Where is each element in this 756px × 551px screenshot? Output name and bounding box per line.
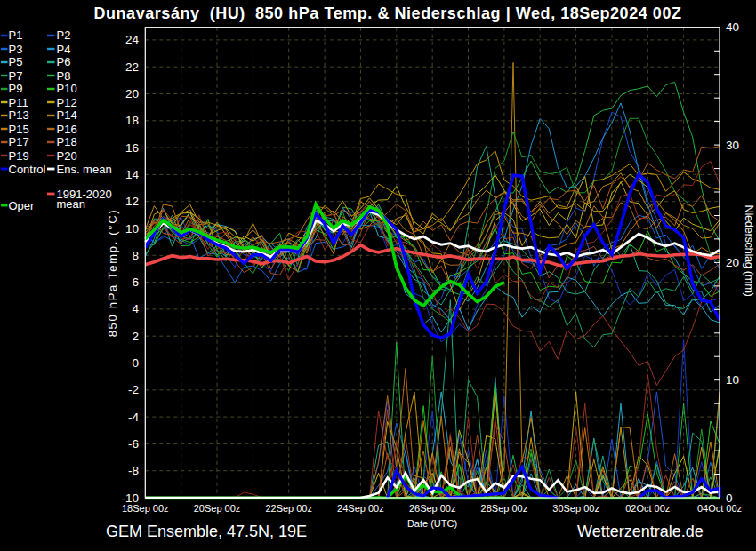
svg-text:4: 4 bbox=[132, 302, 139, 315]
svg-text:P19: P19 bbox=[9, 149, 29, 163]
svg-text:P16: P16 bbox=[57, 123, 77, 136]
svg-text:20: 20 bbox=[125, 87, 139, 100]
svg-text:24Sep 00z: 24Sep 00z bbox=[337, 503, 384, 514]
svg-text:P17: P17 bbox=[9, 135, 29, 148]
svg-text:20: 20 bbox=[726, 256, 739, 269]
svg-text:10: 10 bbox=[125, 222, 139, 236]
svg-text:-6: -6 bbox=[128, 437, 139, 451]
svg-text:850 hPa Temp. (°C): 850 hPa Temp. (°C) bbox=[106, 209, 119, 338]
svg-text:-4: -4 bbox=[128, 411, 139, 424]
svg-text:30Sep 00z: 30Sep 00z bbox=[552, 503, 599, 514]
svg-text:30: 30 bbox=[726, 139, 739, 152]
svg-text:22Sep 00z: 22Sep 00z bbox=[265, 503, 312, 514]
svg-text:P6: P6 bbox=[57, 55, 71, 68]
svg-text:P7: P7 bbox=[9, 69, 23, 83]
svg-text:Niederschlag (mm): Niederschlag (mm) bbox=[743, 204, 756, 296]
svg-text:14: 14 bbox=[125, 168, 140, 181]
svg-text:P1: P1 bbox=[9, 28, 23, 42]
svg-text:8: 8 bbox=[132, 249, 139, 262]
svg-text:6: 6 bbox=[132, 276, 139, 289]
svg-text:Wetterzentrale.de: Wetterzentrale.de bbox=[577, 523, 704, 540]
svg-text:40: 40 bbox=[726, 20, 739, 34]
svg-text:P3: P3 bbox=[9, 43, 23, 56]
svg-text:P12: P12 bbox=[57, 96, 77, 109]
svg-text:P2: P2 bbox=[57, 28, 71, 42]
svg-text:12: 12 bbox=[125, 195, 139, 208]
svg-text:28Sep 00z: 28Sep 00z bbox=[481, 503, 528, 514]
svg-text:Date (UTC): Date (UTC) bbox=[407, 518, 457, 529]
svg-text:P5: P5 bbox=[9, 55, 23, 68]
svg-text:24: 24 bbox=[125, 33, 140, 46]
svg-text:Oper: Oper bbox=[9, 199, 36, 212]
svg-text:-8: -8 bbox=[128, 464, 139, 477]
svg-text:GEM Ensemble, 47.5N, 19E: GEM Ensemble, 47.5N, 19E bbox=[106, 523, 307, 540]
svg-text:18Sep 00z: 18Sep 00z bbox=[122, 503, 169, 514]
svg-text:P4: P4 bbox=[57, 43, 71, 56]
svg-text:Dunavarsány (HU) 850 hPa Tem: Dunavarsány (HU) 850 hPa Temp. & Nieders… bbox=[93, 4, 681, 22]
svg-text:2: 2 bbox=[132, 330, 139, 343]
svg-text:P8: P8 bbox=[57, 69, 71, 83]
svg-text:0: 0 bbox=[132, 356, 139, 370]
svg-text:P10: P10 bbox=[57, 82, 77, 95]
svg-text:18: 18 bbox=[125, 114, 139, 127]
svg-text:Ens. mean: Ens. mean bbox=[57, 163, 112, 176]
svg-text:P15: P15 bbox=[9, 123, 29, 136]
svg-text:mean: mean bbox=[57, 197, 86, 211]
svg-text:-2: -2 bbox=[128, 383, 139, 396]
svg-text:10: 10 bbox=[726, 373, 739, 387]
svg-text:P18: P18 bbox=[57, 135, 77, 148]
svg-text:Control: Control bbox=[9, 163, 46, 176]
svg-text:P9: P9 bbox=[9, 82, 23, 95]
svg-text:04Oct 00z: 04Oct 00z bbox=[697, 503, 742, 514]
svg-text:22: 22 bbox=[125, 60, 139, 74]
svg-text:26Sep 00z: 26Sep 00z bbox=[409, 503, 456, 514]
svg-text:P13: P13 bbox=[9, 108, 29, 122]
svg-text:P14: P14 bbox=[57, 108, 77, 122]
svg-text:16: 16 bbox=[125, 141, 139, 155]
svg-text:02Oct 00z: 02Oct 00z bbox=[625, 503, 670, 514]
svg-text:P20: P20 bbox=[57, 149, 77, 163]
svg-text:P11: P11 bbox=[9, 96, 28, 109]
svg-text:20Sep 00z: 20Sep 00z bbox=[194, 503, 241, 514]
